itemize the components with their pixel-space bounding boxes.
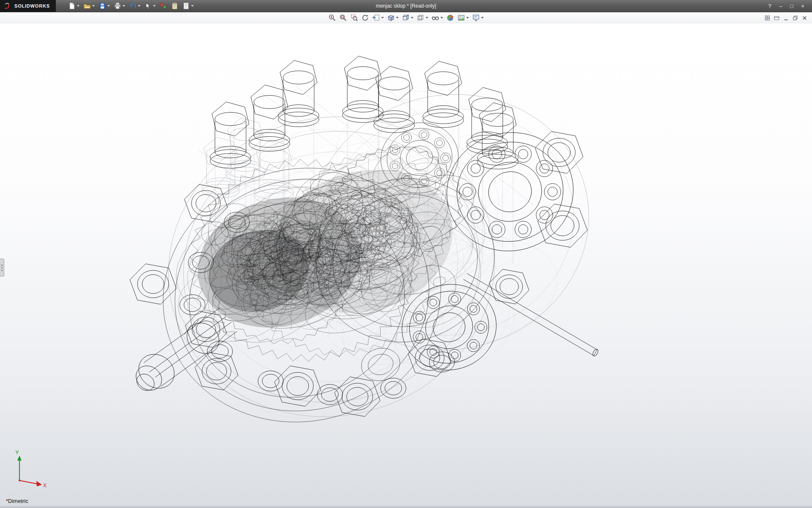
document-window-controls [763, 12, 809, 23]
previous-view-button[interactable] [371, 13, 385, 22]
appearance-icon [447, 14, 454, 22]
restore-window-button[interactable]: □ [787, 2, 797, 10]
open-icon [83, 2, 91, 10]
hide-show-icon [432, 14, 439, 22]
dropdown-caret-icon [191, 5, 194, 7]
solidworks-brand: SOLIDWORKS [0, 0, 56, 12]
options-icon [182, 2, 190, 10]
selection-filter-button[interactable] [158, 1, 168, 11]
document-title: menjac sklop * [Read-only] [376, 3, 436, 9]
new-icon [68, 2, 76, 10]
titlebar: SOLIDWORKS menjac sklop * [Read-only] ?–… [0, 0, 812, 12]
save-document-button[interactable] [97, 1, 111, 11]
dropdown-caret-icon [411, 17, 414, 19]
grid-icon [764, 15, 771, 21]
help-button[interactable]: ? [765, 2, 775, 10]
restore-sm-icon [792, 15, 798, 21]
undo-button[interactable] [128, 1, 142, 11]
undo-icon [129, 2, 137, 10]
zoom-in-out-button[interactable] [327, 13, 337, 22]
window-controls: ?–□× [765, 2, 812, 10]
dropdown-caret-icon [466, 17, 469, 19]
print-icon [114, 2, 121, 10]
view-orientation-label: *Dimetric [6, 498, 28, 504]
svg-text:X: X [43, 483, 47, 489]
solidworks-logo-icon [3, 3, 12, 9]
dropdown-caret-icon [381, 17, 384, 19]
orientation-triad: YX [15, 449, 47, 489]
edit-appearance-button[interactable] [445, 13, 455, 22]
document-properties-button[interactable] [181, 1, 195, 11]
dropdown-caret-icon [92, 5, 95, 7]
dropdown-caret-icon [138, 5, 140, 7]
minimize-document-button[interactable] [782, 14, 790, 22]
dropdown-caret-icon [77, 5, 80, 7]
view-settings-button[interactable] [471, 13, 485, 22]
wireframe-model[interactable]: YX [0, 23, 812, 506]
scene-icon [458, 14, 465, 22]
section-view-button[interactable] [386, 13, 400, 22]
dropdown-caret-icon [426, 17, 428, 19]
dropdown-caret-icon [396, 17, 399, 19]
restore-document-button[interactable] [791, 14, 799, 22]
tile-windows-button[interactable] [763, 14, 771, 22]
dropdown-caret-icon [107, 5, 110, 7]
close-sm-icon [801, 15, 808, 21]
clipboard-icon [171, 2, 178, 10]
view-settings-icon [472, 14, 480, 22]
minimize-window-button[interactable]: – [776, 2, 786, 10]
rotate-icon [362, 14, 369, 22]
zoom-to-area-button[interactable] [349, 13, 359, 22]
dropdown-caret-icon [481, 17, 484, 19]
new-document-button[interactable] [67, 1, 81, 11]
clipboard-button[interactable] [170, 1, 180, 11]
print-document-button[interactable] [112, 1, 126, 11]
display-style-icon [417, 14, 425, 22]
save-icon [99, 2, 106, 10]
minimize-icon: – [779, 3, 782, 9]
graphics-area[interactable]: YX *Dimetric [0, 23, 812, 506]
maximize-icon: □ [790, 3, 793, 9]
minimize-sm-icon [783, 15, 789, 21]
select-button[interactable] [143, 1, 157, 11]
close-window-button[interactable]: × [798, 2, 808, 10]
feature-panel-collapsed-tab[interactable] [0, 259, 4, 276]
zoom-fit-icon [340, 14, 347, 22]
display-style-button[interactable] [416, 13, 430, 22]
prev-view-icon [373, 14, 380, 22]
view-toolbar-row [0, 12, 812, 23]
select-icon [144, 2, 152, 10]
zoom-to-fit-button[interactable] [338, 13, 348, 22]
section-icon [387, 14, 395, 22]
cascade-windows-button[interactable] [773, 14, 781, 22]
heads-up-view-toolbar [327, 12, 485, 23]
rotate-view-button[interactable] [360, 13, 370, 22]
filter-icon [159, 2, 167, 10]
dropdown-caret-icon [153, 5, 156, 7]
grid2-icon [774, 15, 780, 21]
open-document-button[interactable] [82, 1, 96, 11]
zoom-area-icon [351, 14, 358, 22]
cube-icon [402, 14, 410, 22]
apply-scene-button[interactable] [456, 13, 470, 22]
svg-text:Y: Y [15, 449, 19, 456]
view-orientation-button[interactable] [401, 13, 415, 22]
help-icon: ? [768, 3, 771, 9]
brand-name: SOLIDWORKS [14, 3, 50, 8]
hide-show-items-button[interactable] [431, 13, 444, 22]
dropdown-caret-icon [123, 5, 125, 7]
solidworks-window: SOLIDWORKS menjac sklop * [Read-only] ?–… [0, 0, 812, 508]
standard-toolbar [67, 1, 195, 11]
dropdown-caret-icon [441, 17, 443, 19]
close-document-button[interactable] [801, 14, 809, 22]
window-bottom-edge [0, 506, 812, 508]
close-icon: × [801, 3, 804, 9]
zoom-in-icon [329, 14, 336, 22]
